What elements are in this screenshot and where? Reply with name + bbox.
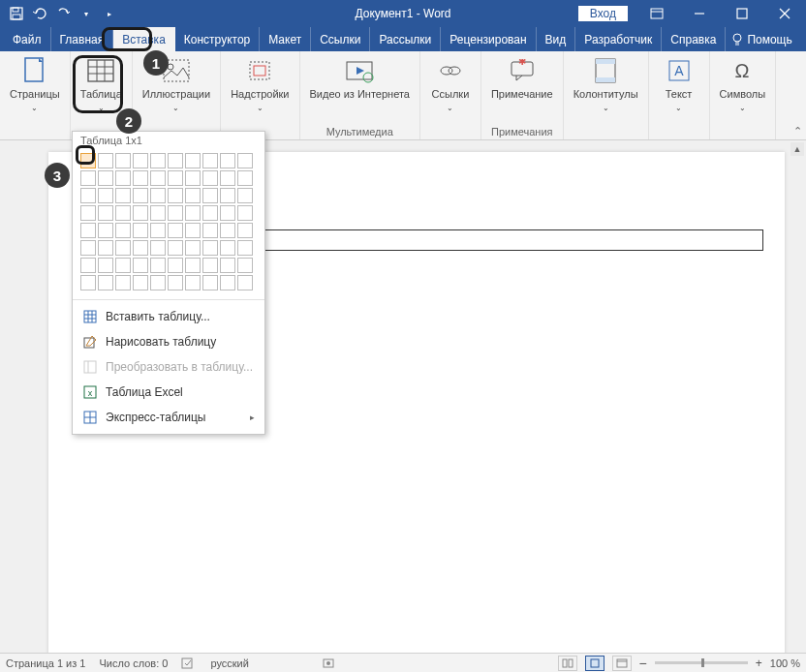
table-grid-cell[interactable] — [98, 153, 113, 168]
text-button[interactable]: A Текст⌄ — [655, 53, 703, 114]
draw-table-item[interactable]: Нарисовать таблицу — [73, 329, 264, 354]
table-grid-cell[interactable] — [220, 275, 235, 290]
table-grid-cell[interactable] — [98, 240, 113, 256]
collapse-ribbon-icon[interactable]: ⌃ — [793, 125, 802, 137]
table-grid-cell[interactable] — [168, 205, 183, 221]
table-grid-cell[interactable] — [220, 205, 235, 221]
table-grid-cell[interactable] — [202, 188, 218, 203]
read-mode-icon[interactable] — [558, 656, 577, 671]
tab-references[interactable]: Ссылки — [311, 27, 370, 51]
table-grid-cell[interactable] — [220, 188, 235, 203]
table-grid-cell[interactable] — [185, 205, 201, 221]
qat-overflow-icon[interactable]: ▸ — [99, 3, 120, 24]
table-grid-cell[interactable] — [168, 170, 183, 186]
save-icon[interactable] — [6, 3, 27, 24]
tab-file[interactable]: Файл — [4, 27, 51, 51]
table-grid-cell[interactable] — [150, 275, 166, 290]
table-grid-cell[interactable] — [168, 188, 183, 203]
headers-button[interactable]: Колонтитулы⌄ — [570, 53, 642, 114]
tab-layout[interactable]: Макет — [260, 27, 311, 51]
minimize-icon[interactable] — [678, 0, 721, 27]
table-grid-cell[interactable] — [185, 223, 201, 238]
table-grid-cell[interactable] — [133, 170, 148, 186]
table-grid-cell[interactable] — [98, 170, 113, 186]
table-grid-cell[interactable] — [220, 223, 235, 238]
table-grid-cell[interactable] — [202, 275, 218, 290]
scroll-up-icon[interactable]: ▲ — [790, 142, 804, 156]
table-grid-cell[interactable] — [237, 275, 253, 290]
tab-design[interactable]: Конструктор — [175, 27, 260, 51]
insert-table-item[interactable]: Вставить таблицу... — [73, 304, 264, 329]
table-grid-cell[interactable] — [185, 258, 201, 273]
table-grid-cell[interactable] — [115, 188, 131, 203]
undo-icon[interactable] — [29, 3, 50, 24]
table-grid-cell[interactable] — [185, 188, 201, 203]
table-grid-cell[interactable] — [237, 258, 253, 273]
table-grid-cell[interactable] — [237, 170, 253, 186]
zoom-out-button[interactable]: − — [639, 656, 647, 671]
table-grid-cell[interactable] — [80, 240, 96, 256]
table-grid-cell[interactable] — [133, 153, 148, 168]
table-grid-cell[interactable] — [80, 258, 96, 273]
table-size-grid[interactable] — [73, 149, 264, 299]
table-grid-cell[interactable] — [237, 205, 253, 221]
table-grid-cell[interactable] — [202, 240, 218, 256]
page-count[interactable]: Страница 1 из 1 — [6, 657, 85, 669]
table-grid-cell[interactable] — [150, 153, 166, 168]
table-grid-cell[interactable] — [150, 240, 166, 256]
pages-button[interactable]: Страницы⌄ — [6, 53, 64, 114]
tab-help[interactable]: Справка — [662, 27, 726, 51]
table-grid-cell[interactable] — [98, 275, 113, 290]
table-grid-cell[interactable] — [185, 170, 201, 186]
tab-mailings[interactable]: Рассылки — [370, 27, 441, 51]
table-grid-cell[interactable] — [185, 240, 201, 256]
maximize-icon[interactable] — [721, 0, 763, 27]
table-grid-cell[interactable] — [133, 275, 148, 290]
redo-icon[interactable] — [52, 3, 74, 24]
links-button[interactable]: Ссылки⌄ — [426, 53, 475, 114]
qat-dropdown-icon[interactable]: ▾ — [76, 3, 97, 24]
table-grid-cell[interactable] — [202, 258, 218, 273]
table-grid-cell[interactable] — [115, 205, 131, 221]
excel-table-item[interactable]: x Таблица Excel — [73, 380, 264, 405]
table-grid-cell[interactable] — [98, 223, 113, 238]
comment-button[interactable]: ✱ Примечание — [487, 53, 557, 103]
online-video-button[interactable]: Видео из Интернета — [306, 53, 414, 103]
table-grid-cell[interactable] — [115, 275, 131, 290]
table-grid-cell[interactable] — [150, 258, 166, 273]
table-grid-cell[interactable] — [80, 170, 96, 186]
table-grid-cell[interactable] — [80, 188, 96, 203]
table-grid-cell[interactable] — [133, 205, 148, 221]
table-grid-cell[interactable] — [185, 275, 201, 290]
table-grid-cell[interactable] — [220, 170, 235, 186]
table-grid-cell[interactable] — [150, 223, 166, 238]
table-grid-cell[interactable] — [80, 223, 96, 238]
table-grid-cell[interactable] — [237, 153, 253, 168]
language-status[interactable]: русский — [210, 657, 248, 669]
table-grid-cell[interactable] — [220, 240, 235, 256]
table-grid-cell[interactable] — [150, 188, 166, 203]
table-grid-cell[interactable] — [168, 240, 183, 256]
table-grid-cell[interactable] — [168, 275, 183, 290]
macro-record-icon[interactable] — [321, 657, 336, 670]
zoom-level[interactable]: 100 % — [770, 657, 800, 669]
sign-in-button[interactable]: Вход — [578, 6, 628, 21]
tab-insert[interactable]: Вставка — [113, 27, 175, 51]
table-grid-cell[interactable] — [133, 188, 148, 203]
table-grid-cell[interactable] — [237, 240, 253, 256]
table-grid-cell[interactable] — [115, 223, 131, 238]
table-grid-cell[interactable] — [237, 223, 253, 238]
table-grid-cell[interactable] — [202, 205, 218, 221]
print-layout-icon[interactable] — [585, 656, 604, 671]
table-grid-cell[interactable] — [168, 153, 183, 168]
table-grid-cell[interactable] — [133, 240, 148, 256]
table-grid-cell[interactable] — [202, 153, 218, 168]
zoom-in-button[interactable]: + — [756, 657, 762, 670]
table-grid-cell[interactable] — [150, 205, 166, 221]
table-grid-cell[interactable] — [98, 188, 113, 203]
table-grid-cell[interactable] — [115, 170, 131, 186]
table-grid-cell[interactable] — [202, 223, 218, 238]
tab-developer[interactable]: Разработчик — [575, 27, 662, 51]
table-grid-cell[interactable] — [133, 223, 148, 238]
tell-me-button[interactable]: Помощь — [726, 33, 797, 46]
